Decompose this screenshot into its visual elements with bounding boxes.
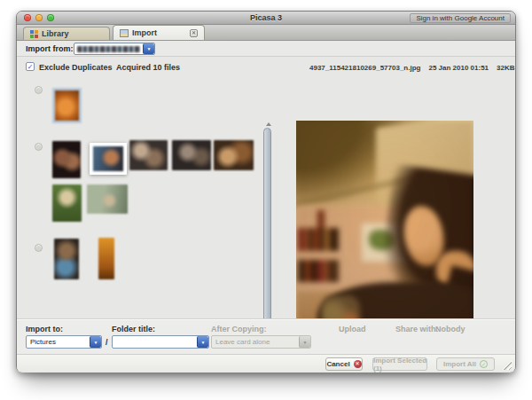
upload-label: Upload — [339, 325, 366, 333]
photo-metadata: 4937_115421810269_57703_n.jpg 25 Jan 201… — [309, 64, 515, 72]
library-grid-icon — [30, 30, 38, 38]
exclude-duplicates-checkbox[interactable]: ✓ — [26, 62, 35, 71]
title-bar[interactable]: Picasa 3 Sign in with Google Account — [17, 12, 515, 25]
path-separator: / — [106, 338, 108, 347]
thumbnail-grid — [23, 76, 264, 312]
import-all-check-icon: ✓ — [480, 360, 488, 368]
import-content-area: ✓ Exclude Duplicates Acquired 10 files 4… — [17, 57, 515, 318]
thumbnail[interactable] — [172, 140, 211, 170]
photo-filename: 4937_115421810269_57703_n.jpg — [309, 64, 420, 72]
import-all-button[interactable]: Import All ✓ — [436, 357, 495, 371]
cancel-x-icon: ✕ — [354, 360, 362, 368]
tab-import-label: Import — [132, 28, 157, 37]
folder-title-label: Folder title: — [112, 325, 155, 333]
cancel-label: Cancel — [326, 360, 349, 368]
thumbnail[interactable] — [54, 239, 79, 279]
acquired-files-label: Acquired 10 files — [116, 63, 180, 72]
chevron-down-icon[interactable]: ▼ — [197, 336, 208, 348]
folder-title-combo[interactable]: ▼ — [112, 335, 209, 349]
import-source-select[interactable]: ▼ — [74, 43, 155, 55]
tab-library[interactable]: Library — [23, 27, 110, 40]
sign-in-google-button[interactable]: Sign in with Google Account — [410, 13, 511, 23]
group-marker-icon — [35, 244, 43, 252]
share-with-label: Share with: — [395, 325, 439, 333]
thumbnail[interactable] — [87, 184, 128, 214]
group-marker-icon — [35, 143, 43, 151]
import-options-panel: Import to: Pictures ▼ / Folder title: ▼ … — [17, 318, 515, 354]
photo-date: 25 Jan 2010 01:51 — [428, 64, 489, 72]
preview-image — [296, 121, 473, 345]
tab-library-label: Library — [42, 29, 69, 38]
thumbnail[interactable] — [52, 184, 82, 222]
import-to-select[interactable]: Pictures ▼ — [26, 335, 102, 349]
group-marker-icon — [35, 86, 43, 94]
chevron-down-icon[interactable]: ▼ — [143, 43, 154, 54]
scrollbar-up-arrow-icon[interactable] — [266, 122, 271, 126]
exclude-duplicates-label: Exclude Duplicates — [39, 63, 113, 72]
import-from-row: Import from: ▼ — [17, 41, 515, 57]
thumbnail-selected[interactable] — [90, 143, 127, 175]
import-source-redacted-text — [77, 46, 140, 52]
chevron-down-icon[interactable]: ▼ — [90, 336, 101, 348]
picasa-window: Picasa 3 Sign in with Google Account Lib… — [16, 11, 516, 373]
thumbnail-scrollbar[interactable] — [263, 128, 271, 348]
photo-icon — [120, 29, 129, 37]
import-all-label: Import All — [443, 360, 476, 368]
resize-grip[interactable] — [502, 360, 512, 370]
import-from-label: Import from: — [26, 44, 74, 53]
thumbnail[interactable] — [98, 238, 114, 279]
cancel-button[interactable]: Cancel ✕ — [325, 357, 363, 371]
import-selected-button[interactable]: Import Selected (1) — [372, 357, 427, 371]
action-bar: Cancel ✕ Import Selected (1) Import All … — [17, 354, 515, 373]
tab-import[interactable]: Import ✕ — [113, 25, 205, 40]
tab-strip: Library Import ✕ — [17, 25, 515, 41]
import-selected-label: Import Selected (1) — [373, 357, 426, 373]
close-tab-icon[interactable]: ✕ — [190, 29, 198, 37]
import-to-value: Pictures — [30, 338, 90, 346]
after-copying-select[interactable]: Leave card alone ▼ — [211, 335, 311, 349]
after-copying-value: Leave card alone — [215, 338, 299, 346]
folder-title-input[interactable] — [116, 338, 197, 346]
thumbnail[interactable] — [52, 141, 81, 178]
thumbnail[interactable] — [52, 88, 82, 123]
import-to-label: Import to: — [26, 325, 63, 333]
thumbnail[interactable] — [214, 140, 254, 170]
photo-size: 32KB — [497, 64, 514, 72]
after-copying-label: After Copying: — [211, 325, 267, 333]
share-with-value: Nobody — [435, 325, 466, 333]
chevron-down-icon: ▼ — [299, 336, 310, 348]
thumbnail[interactable] — [129, 140, 168, 170]
